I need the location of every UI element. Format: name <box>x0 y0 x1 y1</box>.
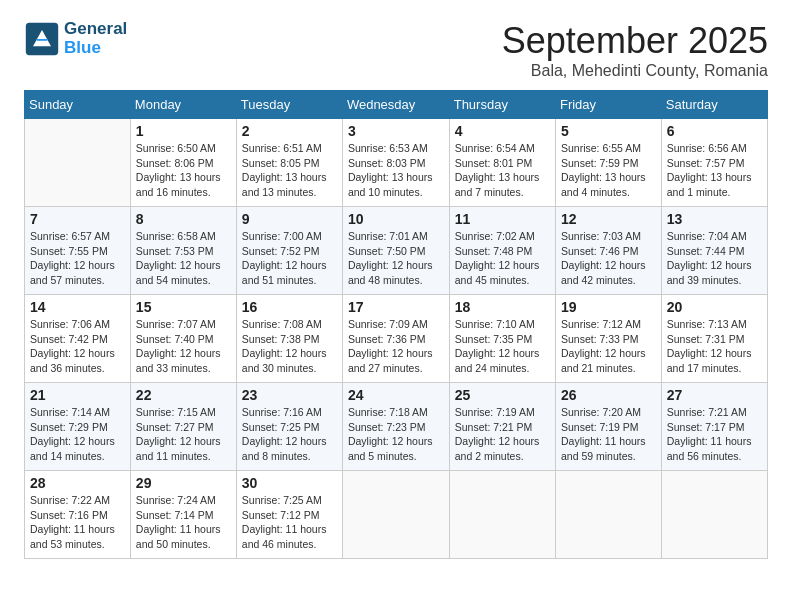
month-title: September 2025 <box>502 20 768 62</box>
day-number: 2 <box>242 123 337 139</box>
day-info: Sunrise: 6:58 AM Sunset: 7:53 PM Dayligh… <box>136 229 231 288</box>
calendar-day-cell: 17Sunrise: 7:09 AM Sunset: 7:36 PM Dayli… <box>342 295 449 383</box>
day-info: Sunrise: 7:19 AM Sunset: 7:21 PM Dayligh… <box>455 405 550 464</box>
calendar-day-cell: 18Sunrise: 7:10 AM Sunset: 7:35 PM Dayli… <box>449 295 555 383</box>
logo-icon <box>24 21 60 57</box>
title-section: September 2025 Bala, Mehedinti County, R… <box>502 20 768 80</box>
calendar-day-cell: 27Sunrise: 7:21 AM Sunset: 7:17 PM Dayli… <box>661 383 767 471</box>
calendar-day-cell: 20Sunrise: 7:13 AM Sunset: 7:31 PM Dayli… <box>661 295 767 383</box>
day-number: 25 <box>455 387 550 403</box>
day-number: 5 <box>561 123 656 139</box>
day-info: Sunrise: 7:01 AM Sunset: 7:50 PM Dayligh… <box>348 229 444 288</box>
calendar-day-cell: 1Sunrise: 6:50 AM Sunset: 8:06 PM Daylig… <box>130 119 236 207</box>
calendar-day-cell: 6Sunrise: 6:56 AM Sunset: 7:57 PM Daylig… <box>661 119 767 207</box>
day-info: Sunrise: 7:00 AM Sunset: 7:52 PM Dayligh… <box>242 229 337 288</box>
day-number: 20 <box>667 299 762 315</box>
day-number: 11 <box>455 211 550 227</box>
day-number: 4 <box>455 123 550 139</box>
day-number: 1 <box>136 123 231 139</box>
day-info: Sunrise: 7:03 AM Sunset: 7:46 PM Dayligh… <box>561 229 656 288</box>
day-info: Sunrise: 7:08 AM Sunset: 7:38 PM Dayligh… <box>242 317 337 376</box>
calendar-day-cell: 24Sunrise: 7:18 AM Sunset: 7:23 PM Dayli… <box>342 383 449 471</box>
day-info: Sunrise: 7:02 AM Sunset: 7:48 PM Dayligh… <box>455 229 550 288</box>
day-info: Sunrise: 7:09 AM Sunset: 7:36 PM Dayligh… <box>348 317 444 376</box>
day-number: 15 <box>136 299 231 315</box>
weekday-header: Tuesday <box>236 91 342 119</box>
calendar-day-cell: 16Sunrise: 7:08 AM Sunset: 7:38 PM Dayli… <box>236 295 342 383</box>
day-info: Sunrise: 7:24 AM Sunset: 7:14 PM Dayligh… <box>136 493 231 552</box>
day-info: Sunrise: 7:04 AM Sunset: 7:44 PM Dayligh… <box>667 229 762 288</box>
calendar-week-row: 14Sunrise: 7:06 AM Sunset: 7:42 PM Dayli… <box>25 295 768 383</box>
day-info: Sunrise: 7:12 AM Sunset: 7:33 PM Dayligh… <box>561 317 656 376</box>
day-number: 19 <box>561 299 656 315</box>
calendar-day-cell <box>555 471 661 559</box>
calendar-day-cell: 19Sunrise: 7:12 AM Sunset: 7:33 PM Dayli… <box>555 295 661 383</box>
weekday-header: Wednesday <box>342 91 449 119</box>
weekday-header: Saturday <box>661 91 767 119</box>
day-number: 18 <box>455 299 550 315</box>
day-number: 22 <box>136 387 231 403</box>
day-info: Sunrise: 7:14 AM Sunset: 7:29 PM Dayligh… <box>30 405 125 464</box>
day-number: 12 <box>561 211 656 227</box>
day-number: 10 <box>348 211 444 227</box>
day-info: Sunrise: 7:06 AM Sunset: 7:42 PM Dayligh… <box>30 317 125 376</box>
calendar-day-cell: 29Sunrise: 7:24 AM Sunset: 7:14 PM Dayli… <box>130 471 236 559</box>
day-number: 24 <box>348 387 444 403</box>
day-number: 28 <box>30 475 125 491</box>
calendar-day-cell: 22Sunrise: 7:15 AM Sunset: 7:27 PM Dayli… <box>130 383 236 471</box>
calendar-day-cell: 30Sunrise: 7:25 AM Sunset: 7:12 PM Dayli… <box>236 471 342 559</box>
calendar-day-cell: 9Sunrise: 7:00 AM Sunset: 7:52 PM Daylig… <box>236 207 342 295</box>
calendar-week-row: 1Sunrise: 6:50 AM Sunset: 8:06 PM Daylig… <box>25 119 768 207</box>
day-info: Sunrise: 7:18 AM Sunset: 7:23 PM Dayligh… <box>348 405 444 464</box>
day-info: Sunrise: 6:53 AM Sunset: 8:03 PM Dayligh… <box>348 141 444 200</box>
header: General Blue September 2025 Bala, Mehedi… <box>24 20 768 80</box>
day-info: Sunrise: 7:21 AM Sunset: 7:17 PM Dayligh… <box>667 405 762 464</box>
logo: General Blue <box>24 20 127 57</box>
calendar-day-cell: 8Sunrise: 6:58 AM Sunset: 7:53 PM Daylig… <box>130 207 236 295</box>
day-info: Sunrise: 7:20 AM Sunset: 7:19 PM Dayligh… <box>561 405 656 464</box>
calendar-day-cell <box>25 119 131 207</box>
day-info: Sunrise: 7:16 AM Sunset: 7:25 PM Dayligh… <box>242 405 337 464</box>
day-number: 27 <box>667 387 762 403</box>
weekday-header: Monday <box>130 91 236 119</box>
day-number: 26 <box>561 387 656 403</box>
location-title: Bala, Mehedinti County, Romania <box>502 62 768 80</box>
day-number: 7 <box>30 211 125 227</box>
day-info: Sunrise: 6:50 AM Sunset: 8:06 PM Dayligh… <box>136 141 231 200</box>
day-info: Sunrise: 7:07 AM Sunset: 7:40 PM Dayligh… <box>136 317 231 376</box>
day-info: Sunrise: 6:55 AM Sunset: 7:59 PM Dayligh… <box>561 141 656 200</box>
calendar-day-cell: 28Sunrise: 7:22 AM Sunset: 7:16 PM Dayli… <box>25 471 131 559</box>
calendar-day-cell: 2Sunrise: 6:51 AM Sunset: 8:05 PM Daylig… <box>236 119 342 207</box>
weekday-header-row: SundayMondayTuesdayWednesdayThursdayFrid… <box>25 91 768 119</box>
calendar: SundayMondayTuesdayWednesdayThursdayFrid… <box>24 90 768 559</box>
day-number: 23 <box>242 387 337 403</box>
calendar-day-cell: 7Sunrise: 6:57 AM Sunset: 7:55 PM Daylig… <box>25 207 131 295</box>
day-number: 14 <box>30 299 125 315</box>
calendar-week-row: 7Sunrise: 6:57 AM Sunset: 7:55 PM Daylig… <box>25 207 768 295</box>
day-info: Sunrise: 6:51 AM Sunset: 8:05 PM Dayligh… <box>242 141 337 200</box>
day-info: Sunrise: 7:25 AM Sunset: 7:12 PM Dayligh… <box>242 493 337 552</box>
calendar-day-cell: 15Sunrise: 7:07 AM Sunset: 7:40 PM Dayli… <box>130 295 236 383</box>
calendar-day-cell <box>449 471 555 559</box>
day-number: 21 <box>30 387 125 403</box>
logo-blue: Blue <box>64 39 127 58</box>
day-info: Sunrise: 7:10 AM Sunset: 7:35 PM Dayligh… <box>455 317 550 376</box>
calendar-day-cell: 14Sunrise: 7:06 AM Sunset: 7:42 PM Dayli… <box>25 295 131 383</box>
calendar-day-cell: 5Sunrise: 6:55 AM Sunset: 7:59 PM Daylig… <box>555 119 661 207</box>
day-info: Sunrise: 6:56 AM Sunset: 7:57 PM Dayligh… <box>667 141 762 200</box>
calendar-week-row: 21Sunrise: 7:14 AM Sunset: 7:29 PM Dayli… <box>25 383 768 471</box>
svg-rect-2 <box>37 39 48 41</box>
day-number: 6 <box>667 123 762 139</box>
calendar-day-cell: 10Sunrise: 7:01 AM Sunset: 7:50 PM Dayli… <box>342 207 449 295</box>
calendar-day-cell: 26Sunrise: 7:20 AM Sunset: 7:19 PM Dayli… <box>555 383 661 471</box>
day-info: Sunrise: 7:13 AM Sunset: 7:31 PM Dayligh… <box>667 317 762 376</box>
day-info: Sunrise: 7:15 AM Sunset: 7:27 PM Dayligh… <box>136 405 231 464</box>
calendar-week-row: 28Sunrise: 7:22 AM Sunset: 7:16 PM Dayli… <box>25 471 768 559</box>
calendar-day-cell: 3Sunrise: 6:53 AM Sunset: 8:03 PM Daylig… <box>342 119 449 207</box>
day-number: 13 <box>667 211 762 227</box>
logo-general: General <box>64 20 127 39</box>
day-number: 9 <box>242 211 337 227</box>
weekday-header: Thursday <box>449 91 555 119</box>
calendar-day-cell: 23Sunrise: 7:16 AM Sunset: 7:25 PM Dayli… <box>236 383 342 471</box>
day-number: 16 <box>242 299 337 315</box>
